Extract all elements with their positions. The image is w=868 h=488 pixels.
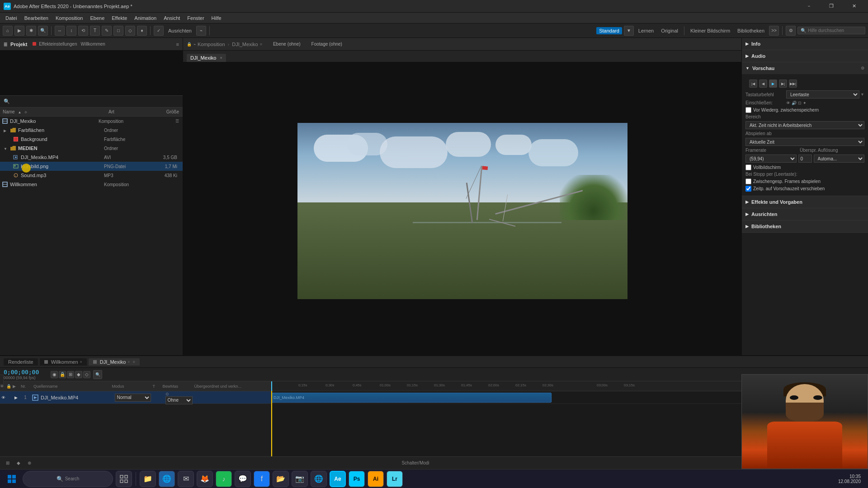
effekte-section-header[interactable]: ▶ Effekte und Vorgaben (742, 196, 868, 208)
toolbar-more[interactable]: >> (769, 26, 779, 36)
taskbar-messenger[interactable]: 💬 (235, 471, 251, 487)
toolbar-stamp[interactable]: □ (113, 26, 123, 36)
framerate-skip-input[interactable] (798, 155, 812, 163)
tl-markers-btn[interactable]: ◆ (75, 371, 82, 378)
list-item[interactable]: DJI_Mexiko Komposition ☰ (0, 117, 183, 126)
list-item[interactable]: DJI_Mexiko.MP4 AVI 3,5 GB (0, 153, 183, 162)
prev-last-btn[interactable]: ▶▶| (789, 80, 797, 88)
toolbar-pen[interactable]: ⟲ (78, 26, 88, 36)
taskbar-ai[interactable]: Ai (368, 471, 384, 487)
close-button[interactable]: ✕ (844, 0, 864, 13)
video-toggle[interactable]: 👁 (786, 101, 790, 105)
resolution-select[interactable]: Automa... (814, 155, 865, 163)
toolbar-settings[interactable]: ⚙ (786, 26, 796, 36)
minimize-button[interactable]: － (798, 0, 819, 13)
tl-solo-btn[interactable]: ◉ (51, 371, 58, 378)
prev-back-btn[interactable]: ◀ (759, 80, 767, 88)
layer-mode-select[interactable]: Normal (115, 394, 151, 402)
help-search-input[interactable] (808, 28, 862, 33)
layer-vis-toggle[interactable]: 👁 (0, 395, 6, 400)
timeline-timecode[interactable]: 0;00;00;00 (4, 369, 44, 375)
list-item[interactable]: ▶ Farbflächen Ordner (0, 126, 183, 135)
tl-bottom-btn3[interactable]: ⊕ (25, 459, 33, 467)
preview-settings-icon[interactable]: ⚙ (861, 66, 864, 70)
info-section-header[interactable]: ▶ Info (742, 38, 868, 50)
bereich-select[interactable]: Akt. Zeit nicht in Arbeitsbereich (745, 121, 864, 129)
list-item[interactable]: Kursbild.png PNG-Datei 1,7 Mi (0, 162, 183, 171)
menu-ansicht[interactable]: Ansicht (160, 14, 184, 22)
comp-tab-close-icon[interactable]: × (220, 56, 222, 60)
tl-keyframe-btn[interactable]: ◇ (83, 371, 90, 378)
taskbar-files[interactable]: 📁 (140, 471, 156, 487)
project-search-input[interactable] (13, 99, 179, 104)
prev-play-btn[interactable]: ▶ (769, 80, 777, 88)
toolbar-lernen[interactable]: Lernen (636, 27, 656, 34)
tastaturbefehl-arrow[interactable]: ▼ (860, 92, 864, 97)
tab-close-icon[interactable]: × (80, 360, 82, 364)
ausrichten-section-header[interactable]: ▶ Ausrichten (742, 208, 868, 220)
menu-effekte[interactable]: Effekte (108, 14, 131, 22)
tab-settings-icon[interactable]: ≡ (133, 360, 135, 364)
menu-datei[interactable]: Datei (2, 14, 21, 22)
toolbar-rotate[interactable]: ↔ (55, 26, 65, 36)
taskbar-browser[interactable]: 🌐 (159, 471, 175, 487)
layer-expand-toggle[interactable]: ▶ (13, 395, 19, 400)
comp-preview[interactable] (183, 62, 741, 360)
vor-wiederg-checkbox[interactable] (745, 107, 751, 113)
toolbar-align-check[interactable]: ✓ (154, 26, 164, 36)
menu-hilfe[interactable]: Hilfe (208, 14, 225, 22)
effekt-btn[interactable]: Effekteinstellungen (33, 42, 77, 47)
toolbar-bibliotheken[interactable]: Bibliotheken (735, 27, 767, 34)
tl-search-btn[interactable]: 🔍 (93, 370, 102, 379)
bewmas-eye-icon[interactable]: ⊙ (165, 392, 169, 396)
item-options-icon[interactable]: ☰ (175, 119, 179, 123)
menu-bearbeiten[interactable]: Bearbeiten (21, 14, 52, 22)
bibliotheken-section-header[interactable]: ▶ Bibliotheken (742, 221, 868, 232)
menu-fenster[interactable]: Fenster (184, 14, 208, 22)
toolbar-arrow[interactable]: ▶ (14, 26, 24, 36)
comp-menu-icon[interactable]: ≡ (260, 42, 262, 47)
taskbar-mail[interactable]: ✉ (178, 471, 194, 487)
list-item[interactable]: ▼ MEDIEN Ordner (0, 144, 183, 153)
taskbar-browser2[interactable]: 🌐 (311, 471, 327, 487)
tastaturbefehl-select[interactable]: Leertaste (786, 90, 859, 99)
menu-komposition[interactable]: Komposition (52, 14, 87, 22)
playhead[interactable] (271, 381, 272, 391)
zwischengesp-checkbox[interactable] (745, 178, 751, 184)
tab-close-icon2[interactable]: × (127, 360, 130, 364)
menu-ebene[interactable]: Ebene (86, 14, 108, 22)
toolbar-original[interactable]: Original (658, 27, 681, 34)
taskbar-explorer[interactable]: 📂 (273, 471, 289, 487)
layer-bewmas-select[interactable]: Ohne (165, 396, 193, 404)
list-item[interactable]: Willkommen Komposition (0, 180, 183, 189)
toolbar-zoom[interactable]: 🔍 (38, 26, 48, 36)
comp-tab-dji[interactable]: DJI_Mexiko × (187, 54, 226, 62)
taskbar-ps[interactable]: Ps (349, 471, 365, 487)
audio-toggle[interactable]: 🔊 (792, 101, 797, 105)
toolbar-brush[interactable]: ✎ (102, 26, 112, 36)
toolbar-standard-menu[interactable]: ▼ (624, 26, 634, 36)
taskbar-facebook[interactable]: f (254, 471, 270, 487)
taskbar-taskview[interactable] (116, 471, 132, 487)
toolbar-snap[interactable]: ⌁ (196, 26, 206, 36)
tl-expand-btn[interactable]: ⊞ (67, 371, 74, 378)
maximize-button[interactable]: ❐ (821, 0, 842, 13)
toolbar-ausrichten[interactable]: Ausrichten (165, 27, 194, 34)
tl-tab-dji[interactable]: DJI_Mexiko × ≡ (89, 358, 140, 366)
col-header-name[interactable]: Name ▲ ⟐ (0, 109, 106, 114)
toolbar-kleiner[interactable]: Kleiner Bildschirm (688, 27, 733, 34)
tl-bottom-btn2[interactable]: ◆ (14, 459, 23, 467)
abspielen-select[interactable]: Aktuelle Zeit (745, 138, 864, 146)
vollbild-checkbox[interactable] (745, 164, 751, 170)
menu-animation[interactable]: Animation (131, 14, 160, 22)
folder-expand-icon[interactable]: ▶ (4, 127, 9, 133)
toolbar-standard[interactable]: Standard (596, 27, 622, 34)
tl-bottom-btn1[interactable]: ⊞ (4, 459, 12, 467)
framerate-select[interactable]: (59,94) (745, 155, 797, 163)
comp-snap-icon[interactable]: ⌁ (193, 42, 196, 47)
toolbar-home[interactable]: ⌂ (3, 26, 13, 36)
tl-tab-willkommen[interactable]: Willkommen × (40, 358, 87, 366)
tl-tab-renderliste[interactable]: Renderliste (4, 358, 38, 366)
overflow-toggle[interactable]: ⊡ (798, 101, 802, 105)
taskbar-firefox[interactable]: 🦊 (197, 471, 213, 487)
